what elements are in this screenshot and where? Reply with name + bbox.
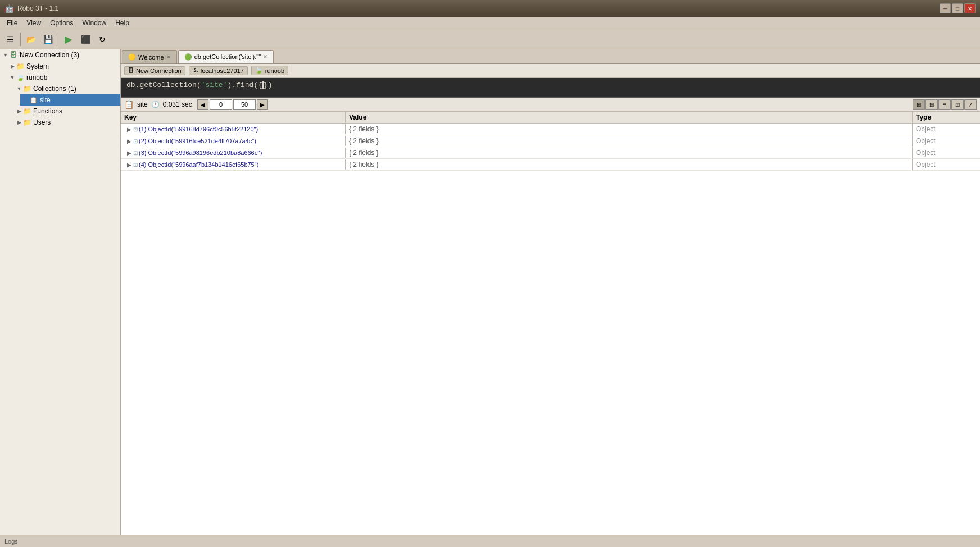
toolbar-separator-1 bbox=[20, 33, 21, 46]
open-button[interactable]: 📂 bbox=[23, 31, 39, 47]
query-text-db: db.getCollection( bbox=[126, 81, 201, 89]
db-label: runoob bbox=[265, 67, 284, 74]
text-view-button[interactable]: ≡ bbox=[938, 99, 951, 110]
functions-label: Functions bbox=[33, 107, 62, 115]
page-size-input[interactable] bbox=[233, 99, 256, 110]
tree-view-button[interactable]: ⊞ bbox=[913, 99, 925, 110]
menu-toggle-button[interactable]: ☰ bbox=[2, 31, 18, 47]
results-table: Key Value Type ▶ ⊡ (1) ObjectId("599168d… bbox=[121, 112, 980, 535]
row-key-1: (1) ObjectId("599168d796cf0c56b5f22120") bbox=[139, 126, 258, 133]
title-bar: 🤖 Robo 3T - 1.1 ─ □ ✕ bbox=[0, 0, 980, 17]
site-toggle[interactable] bbox=[22, 97, 29, 103]
row-toggle-3[interactable]: ▶ bbox=[124, 150, 132, 156]
system-toggle[interactable]: ▶ bbox=[9, 63, 16, 70]
row-icon-2: ⊡ bbox=[133, 138, 138, 144]
table-row[interactable]: ▶ ⊡ (4) ObjectId("5996aaf7b134b1416ef65b… bbox=[121, 159, 980, 171]
row-toggle-2[interactable]: ▶ bbox=[124, 138, 132, 144]
row-toggle-1[interactable]: ▶ bbox=[124, 126, 132, 133]
page-start-input[interactable] bbox=[210, 99, 232, 110]
tabs-bar: 🟡 Welcome ✕ 🟢 db.getCollection('site')."… bbox=[121, 49, 980, 64]
tab-query[interactable]: 🟢 db.getCollection('site')."" ✕ bbox=[178, 50, 274, 63]
row-type-3: Object bbox=[913, 147, 980, 158]
query-string-site: 'site' bbox=[201, 81, 228, 89]
menu-view[interactable]: View bbox=[22, 18, 46, 28]
functions-folder-icon: 📁 bbox=[22, 107, 31, 116]
sidebar-item-users[interactable]: ▶ 📁 Users bbox=[13, 117, 120, 128]
menu-file[interactable]: File bbox=[2, 18, 22, 28]
title-bar-left: 🤖 Robo 3T - 1.1 bbox=[4, 4, 58, 13]
row-key-2: (2) ObjectId("59916fce521de4ff707a7a4c") bbox=[139, 138, 256, 144]
collections-folder-icon: 📁 bbox=[22, 84, 31, 93]
query-editor[interactable]: db.getCollection('site').find({}) bbox=[121, 78, 980, 98]
functions-toggle[interactable]: ▶ bbox=[16, 108, 22, 115]
row-value-2: { 2 fields } bbox=[346, 135, 913, 147]
table-row[interactable]: ▶ ⊡ (3) ObjectId("5996a98196edb210ba8a66… bbox=[121, 147, 980, 159]
prev-page-button[interactable]: ◀ bbox=[197, 99, 208, 110]
site-collection-icon: 📋 bbox=[29, 95, 38, 104]
sidebar-item-collections[interactable]: ▼ 📁 Collections (1) bbox=[13, 83, 120, 94]
column-type-header: Type bbox=[913, 112, 980, 123]
toolbar: ☰ 📂 💾 ▶ ⬛ ↻ bbox=[0, 29, 980, 49]
collections-toggle[interactable]: ▼ bbox=[16, 85, 22, 92]
result-clock-icon: 🕐 bbox=[151, 101, 160, 108]
sidebar-item-runoob[interactable]: ▼ 🍃 runoob bbox=[7, 72, 120, 83]
menu-window[interactable]: Window bbox=[78, 18, 111, 28]
welcome-tab-label: Welcome bbox=[138, 54, 164, 61]
result-table-icon: 📋 bbox=[124, 100, 134, 109]
minimize-button[interactable]: ─ bbox=[940, 3, 951, 13]
status-label: Logs bbox=[4, 538, 18, 545]
status-bar: Logs bbox=[0, 535, 980, 547]
sidebar-item-functions[interactable]: ▶ 📁 Functions bbox=[13, 106, 120, 117]
sidebar-item-site[interactable]: 📋 site bbox=[20, 94, 120, 106]
db-icon: 🍃 bbox=[255, 67, 263, 74]
close-button[interactable]: ✕ bbox=[964, 3, 976, 13]
custom-view-button[interactable]: ⊡ bbox=[951, 99, 964, 110]
refresh-button[interactable]: ↻ bbox=[94, 31, 110, 47]
result-collection-name: site bbox=[137, 101, 148, 108]
row-icon-1: ⊡ bbox=[133, 126, 138, 133]
runoob-toggle[interactable]: ▼ bbox=[9, 74, 16, 81]
tab-welcome[interactable]: 🟡 Welcome ✕ bbox=[122, 50, 177, 63]
save-button[interactable]: 💾 bbox=[40, 31, 56, 47]
connection-badge-label: New Connection bbox=[136, 67, 182, 74]
table-row[interactable]: ▶ ⊡ (1) ObjectId("599168d796cf0c56b5f221… bbox=[121, 124, 980, 135]
system-folder-icon: 📁 bbox=[16, 62, 25, 71]
sidebar-item-system[interactable]: ▶ 📁 System bbox=[7, 61, 120, 72]
runoob-label: runoob bbox=[26, 74, 47, 81]
row-key-4: (4) ObjectId("5996aaf7b134b1416ef65b75") bbox=[139, 161, 258, 168]
content-area: 🟡 Welcome ✕ 🟢 db.getCollection('site')."… bbox=[121, 49, 980, 535]
welcome-tab-close[interactable]: ✕ bbox=[166, 54, 171, 60]
next-page-button[interactable]: ▶ bbox=[257, 99, 268, 110]
stop-button[interactable]: ⬛ bbox=[78, 31, 93, 47]
app-icon: 🤖 bbox=[4, 4, 14, 13]
maximize-results-button[interactable]: ⤢ bbox=[964, 99, 977, 110]
row-type-1: Object bbox=[913, 124, 980, 135]
column-key-header: Key bbox=[121, 112, 346, 123]
connection-badge: 🗄 New Connection bbox=[124, 66, 185, 75]
sidebar: ▼ 🗄 New Connection (3) ▶ 📁 System ▼ 🍃 ru… bbox=[0, 49, 121, 535]
table-row[interactable]: ▶ ⊡ (2) ObjectId("59916fce521de4ff707a7a… bbox=[121, 135, 980, 147]
query-tab-close[interactable]: ✕ bbox=[263, 54, 267, 60]
query-tab-label: db.getCollection('site')."" bbox=[194, 53, 261, 60]
connection-toggle[interactable]: ▼ bbox=[2, 52, 9, 58]
query-tab-icon: 🟢 bbox=[184, 53, 192, 61]
menu-help[interactable]: Help bbox=[111, 18, 134, 28]
app-title: Robo 3T - 1.1 bbox=[17, 4, 58, 12]
menu-options[interactable]: Options bbox=[46, 18, 78, 28]
run-button[interactable]: ▶ bbox=[61, 31, 76, 47]
result-time: 0.031 sec. bbox=[163, 101, 194, 108]
sidebar-item-connection[interactable]: ▼ 🗄 New Connection (3) bbox=[0, 49, 120, 61]
maximize-button[interactable]: □ bbox=[952, 3, 963, 13]
menu-bar: File View Options Window Help bbox=[0, 17, 980, 29]
runoob-db-icon: 🍃 bbox=[16, 73, 25, 82]
host-icon: 🖧 bbox=[193, 67, 198, 74]
db-badge: 🍃 runoob bbox=[251, 66, 288, 75]
query-text-find: ).find({ bbox=[227, 81, 262, 89]
row-value-4: { 2 fields } bbox=[346, 159, 913, 170]
view-buttons: ⊞ ⊟ ≡ ⊡ ⤢ bbox=[913, 99, 977, 110]
result-toolbar: 📋 site 🕐 0.031 sec. ◀ ▶ ⊞ ⊟ ≡ ⊡ ⤢ bbox=[121, 98, 980, 112]
row-toggle-4[interactable]: ▶ bbox=[124, 162, 132, 168]
users-toggle[interactable]: ▶ bbox=[16, 119, 22, 126]
table-view-button[interactable]: ⊟ bbox=[925, 99, 938, 110]
row-value-1: { 2 fields } bbox=[346, 124, 913, 135]
